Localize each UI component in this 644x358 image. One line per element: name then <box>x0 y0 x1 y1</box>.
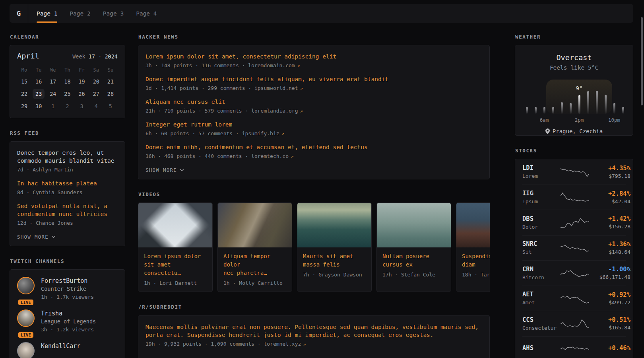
calendar-day-next-month: 4 <box>89 100 103 112</box>
video-card[interactable]: Nullam posuere cursus ex 17h · Stefan Co… <box>376 202 451 292</box>
stock-sparkline <box>561 342 589 356</box>
hn-item-title[interactable]: Lorem ipsum dolor sit amet, consectetur … <box>145 53 482 60</box>
weekday-label: Tu <box>31 66 46 75</box>
stock-sparkline <box>561 241 589 255</box>
channel-game: Counter-Strike <box>41 285 94 293</box>
stock-symbol: IIG <box>522 190 561 197</box>
stock-row[interactable]: DBSDolor +1.42%$156.28 <box>522 210 626 235</box>
calendar-header: CALENDAR <box>10 34 125 40</box>
hn-item-title[interactable]: Integer eget rutrum lorem <box>145 121 482 128</box>
subreddit-card: Maecenas mollis pulvinar erat non posuer… <box>138 315 490 358</box>
calendar-day: 17 <box>46 75 60 88</box>
weather-location: Prague, Czechia <box>522 128 626 134</box>
rss-item-title[interactable]: Sed volutpat nulla nisl, a condimentum n… <box>17 202 118 218</box>
location-pin-icon <box>545 128 550 134</box>
stock-change: +1.36% <box>589 241 630 248</box>
video-thumbnail <box>377 203 451 247</box>
hn-item-title[interactable]: Donec enim nibh, condimentum et accumsan… <box>145 143 482 151</box>
video-card[interactable]: Suspendisse diam 18h · Tara <box>456 202 490 292</box>
calendar-day-next-month: 5 <box>103 100 118 112</box>
stock-row[interactable]: AHS +0.46% <box>522 336 626 358</box>
calendar-grid: Mo Tu We Th Fr Sa Su 15 16 17 18 19 20 2… <box>17 66 118 112</box>
rss-card: Donec tempor eros leo, ut commodo mauris… <box>10 141 125 246</box>
stock-name: Ipsum <box>522 198 561 204</box>
stock-change: +1.42% <box>589 215 630 222</box>
external-link-icon[interactable]: ↗ <box>291 153 294 159</box>
stock-row[interactable]: SNRCSit +1.36%$148.64 <box>522 235 626 261</box>
dashboard-page: G Page 1 Page 2 Page 3 Page 4 CALENDAR A… <box>0 0 644 358</box>
video-meta: 18h · Tara <box>456 269 490 283</box>
stock-change: +0.46% <box>589 344 630 352</box>
external-link-icon[interactable]: ↗ <box>303 341 306 347</box>
rss-item: Donec tempor eros leo, ut commodo mauris… <box>17 149 118 173</box>
reddit-post-title[interactable]: Maecenas mollis pulvinar erat non posuer… <box>145 323 482 339</box>
twitch-channel-row[interactable]: LIVE Trisha League of Legends 3h · 1.2k … <box>17 309 118 334</box>
stock-name: Consectetur <box>522 325 561 331</box>
stock-price: $499.72 <box>589 300 630 305</box>
external-link-icon[interactable]: ↗ <box>300 85 303 91</box>
video-title[interactable]: Lorem ipsum dolor sit amet consectetu… <box>138 247 212 277</box>
video-title[interactable]: Aliquam tempor dolor nec pharetra… <box>218 247 292 277</box>
twitch-card: LIVE ForrestBurton Counter-Strike 1h · 1… <box>10 269 125 358</box>
page-scrollbar[interactable] <box>641 17 643 105</box>
calendar-day-next-month: 3 <box>75 100 89 112</box>
channel-name: ForrestBurton <box>41 277 94 285</box>
stock-price: $148.64 <box>589 249 630 255</box>
stock-symbol: AHS <box>522 344 561 352</box>
hn-item: Integer eget rutrum lorem 6h · 60 points… <box>145 121 482 137</box>
twitch-widget: TWITCH CHANNELS LIVE ForrestBurton Count… <box>10 258 125 358</box>
hn-show-more-button[interactable]: SHOW MORE <box>145 167 184 173</box>
stock-row[interactable]: CRNBitcorn -1.00%$66,171.48 <box>522 260 626 286</box>
reddit-post: Maecenas mollis pulvinar erat non posuer… <box>145 323 482 348</box>
hn-item-title[interactable]: Donec imperdiet augue tincidunt felis al… <box>145 75 482 83</box>
rss-item-title[interactable]: Donec tempor eros leo, ut commodo mauris… <box>17 149 118 165</box>
tab-page-1[interactable]: Page 1 <box>37 4 57 23</box>
tab-page-3[interactable]: Page 3 <box>103 4 124 23</box>
twitch-channel-row[interactable]: LIVE ForrestBurton Counter-Strike 1h · 1… <box>17 277 118 302</box>
channel-meta: 3h · 1.2k viewers <box>41 326 96 334</box>
video-meta: 17h · Stefan Cole <box>377 269 451 283</box>
weather-header: WEATHER <box>515 34 633 40</box>
tab-page-2[interactable]: Page 2 <box>70 4 90 23</box>
twitch-channel-row[interactable]: KendallCarr <box>17 342 118 358</box>
app-logo[interactable]: G <box>10 4 28 23</box>
left-column: CALENDAR April Week 17 · 2024 Mo Tu <box>10 34 125 358</box>
calendar-day: 29 <box>17 100 31 112</box>
video-title[interactable]: Mauris sit amet massa felis <box>297 247 371 269</box>
stock-row[interactable]: IIGIpsum +2.84%$42.04 <box>522 185 626 210</box>
video-card[interactable]: Lorem ipsum dolor sit amet consectetu… 1… <box>138 202 213 292</box>
channel-name: Trisha <box>41 309 96 317</box>
external-link-icon[interactable]: ↗ <box>297 62 300 68</box>
live-badge: LIVE <box>18 300 33 305</box>
external-link-icon[interactable]: ↗ <box>281 130 285 136</box>
stock-symbol: DBS <box>522 215 561 223</box>
rss-item-title[interactable]: In hac habitasse platea <box>17 179 118 187</box>
calendar-day: 21 <box>103 75 118 88</box>
video-card[interactable]: Mauris sit amet massa felis 7h · Grayson… <box>297 202 372 292</box>
stock-row[interactable]: CCSConsectetur +0.51%$165.84 <box>522 311 626 336</box>
calendar-day: 18 <box>60 75 74 88</box>
live-badge: LIVE <box>18 332 33 338</box>
stock-change: -1.00% <box>589 266 630 273</box>
video-card[interactable]: Aliquam tempor dolor nec pharetra… 1h · … <box>217 202 292 292</box>
calendar-day-next-month: 2 <box>60 100 74 112</box>
stock-row[interactable]: LDILorem +4.35%$795.18 <box>522 159 626 185</box>
external-link-icon[interactable]: ↗ <box>300 108 303 114</box>
tab-page-4[interactable]: Page 4 <box>136 4 157 23</box>
hn-item: Donec enim nibh, condimentum et accumsan… <box>145 143 482 160</box>
middle-column: HACKER NEWS Lorem ipsum dolor sit amet, … <box>138 34 490 358</box>
calendar-day-next-month: 1 <box>46 100 60 112</box>
hn-item-title[interactable]: Aliquam nec cursus elit <box>145 98 482 106</box>
stock-row[interactable]: AETAmet +0.92%$499.72 <box>522 286 626 311</box>
stock-sparkline <box>561 266 589 280</box>
video-title[interactable]: Suspendisse diam <box>456 247 490 269</box>
rss-item: In hac habitasse platea 8d · Cynthia Sau… <box>17 179 118 196</box>
stock-name: Amet <box>522 300 561 305</box>
stock-price: $795.18 <box>589 173 630 179</box>
stock-name: Sit <box>522 249 561 255</box>
stock-price: $165.84 <box>589 325 630 331</box>
stock-name: Lorem <box>522 173 561 179</box>
video-title[interactable]: Nullam posuere cursus ex <box>377 247 451 269</box>
twitch-header: TWITCH CHANNELS <box>10 258 125 264</box>
rss-show-more-button[interactable]: SHOW MORE <box>17 234 56 240</box>
